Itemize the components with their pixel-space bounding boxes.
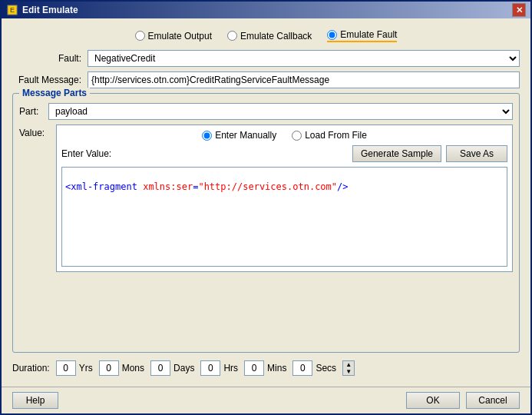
message-parts-title: Message Parts	[19, 88, 90, 98]
part-dropdown[interactable]: payload	[48, 103, 513, 120]
xml-val: "http://services.otn.com"	[198, 181, 337, 192]
value-label: Value:	[19, 124, 50, 138]
xml-close: />	[337, 181, 348, 192]
duration-hrs-unit: Hrs	[223, 363, 238, 374]
title-bar: E Edit Emulate ✕	[2, 2, 530, 18]
duration-row: Duration: Yrs Mons Days Hrs Mins Secs ▲ …	[12, 357, 520, 379]
window-title: Edit Emulate	[22, 5, 78, 15]
value-row: Value: Enter Manually Load From File	[19, 124, 513, 346]
generate-sample-button[interactable]: Generate Sample	[352, 145, 441, 162]
duration-yrs-unit: Yrs	[79, 363, 93, 374]
load-from-file-label: Load From File	[305, 130, 367, 141]
top-radio-group: Emulate Output Emulate Callback Emulate …	[12, 26, 520, 45]
duration-mins-unit: Mins	[267, 363, 286, 374]
ok-button[interactable]: OK	[406, 392, 460, 409]
duration-days-unit: Days	[173, 363, 194, 374]
value-inner-panel: Enter Manually Load From File Enter Valu…	[56, 124, 513, 272]
value-buttons: Generate Sample Save As	[352, 145, 507, 162]
load-from-file-radio[interactable]: Load From File	[292, 130, 367, 141]
duration-days-input[interactable]	[150, 360, 170, 376]
fault-row: Fault: NegativeCredit	[12, 50, 520, 67]
enter-manually-radio[interactable]: Enter Manually	[202, 130, 276, 141]
duration-mins-input[interactable]	[244, 360, 264, 376]
spinner-down[interactable]: ▼	[343, 368, 354, 375]
fault-message-input[interactable]	[88, 71, 520, 88]
fault-message-row: Fault Message:	[12, 71, 520, 88]
input-mode-radio-group: Enter Manually Load From File	[61, 130, 507, 141]
fault-label: Fault:	[12, 53, 81, 64]
save-as-button[interactable]: Save As	[446, 145, 507, 162]
emulate-fault-label: Emulate Fault	[340, 29, 397, 40]
enter-value-label: Enter Value:	[61, 148, 111, 159]
emulate-callback-radio[interactable]: Emulate Callback	[227, 29, 312, 42]
duration-yrs-input[interactable]	[56, 360, 76, 376]
duration-secs-unit: Secs	[316, 363, 336, 374]
fault-dropdown[interactable]: NegativeCredit	[88, 50, 520, 67]
duration-hrs-input[interactable]	[200, 360, 220, 376]
edit-emulate-window: E Edit Emulate ✕ Emulate Output Emulate …	[0, 0, 532, 415]
emulate-fault-radio[interactable]: Emulate Fault	[327, 29, 397, 42]
emulate-output-label: Emulate Output	[148, 31, 212, 42]
part-dropdown-wrapper: payload	[48, 103, 513, 120]
duration-label: Duration:	[12, 363, 50, 374]
emulate-output-radio[interactable]: Emulate Output	[135, 29, 212, 42]
duration-spinner[interactable]: ▲ ▼	[342, 360, 355, 376]
enter-value-row: Enter Value: Generate Sample Save As	[61, 145, 507, 162]
emulate-callback-label: Emulate Callback	[240, 31, 312, 42]
spinner-up[interactable]: ▲	[343, 361, 354, 368]
duration-mons-unit: Mons	[122, 363, 144, 374]
xml-attr: xmlns:ser	[143, 181, 193, 192]
cancel-button[interactable]: Cancel	[466, 392, 520, 409]
help-button[interactable]: Help	[12, 392, 58, 409]
xml-editor[interactable]: <xml-fragment xmlns:ser="http://services…	[61, 167, 507, 267]
xml-tag: <xml-fragment	[65, 181, 137, 192]
part-row: Part: payload	[19, 103, 513, 120]
fault-message-label: Fault Message:	[12, 75, 81, 85]
part-label: Part:	[19, 106, 42, 117]
svg-text:E: E	[10, 6, 15, 14]
close-button[interactable]: ✕	[512, 3, 526, 17]
footer-right: OK Cancel	[406, 392, 520, 409]
footer: Help OK Cancel	[2, 387, 530, 413]
message-parts-group: Message Parts Part: payload Value:	[12, 93, 520, 353]
duration-mons-input[interactable]	[99, 360, 119, 376]
fault-dropdown-wrapper: NegativeCredit	[88, 50, 520, 67]
duration-secs-input[interactable]	[292, 360, 312, 376]
window-icon: E	[6, 4, 18, 16]
enter-manually-label: Enter Manually	[215, 130, 276, 141]
